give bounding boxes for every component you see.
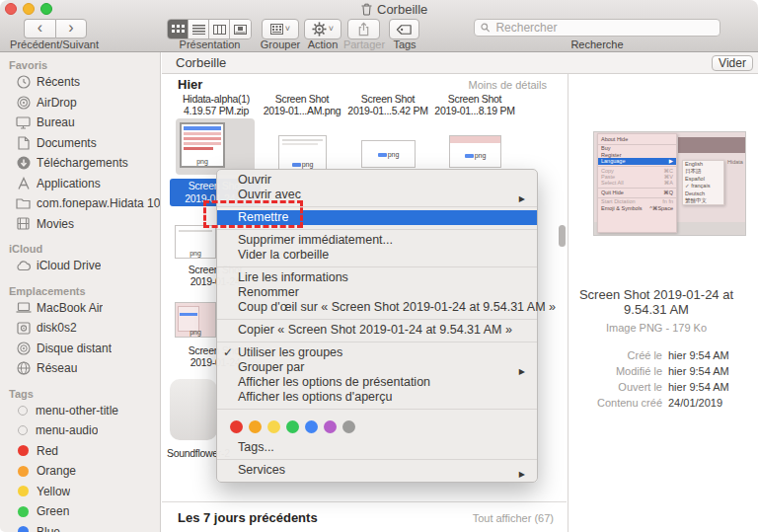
file-thumbnail[interactable]: png (361, 140, 416, 168)
sidebar-section-icloud: iCloud (0, 242, 160, 256)
tags-label: Tags (383, 38, 426, 50)
sidebar-item-hidata-folder[interactable]: com.fonepaw.Hidata 10... (0, 193, 160, 214)
recents-icon (15, 75, 32, 90)
list-view-button[interactable] (189, 20, 209, 38)
less-details-link[interactable]: Moins de détails (469, 79, 548, 91)
section-hier: Hier Moins de détails (162, 74, 567, 94)
sidebar-item-reseau[interactable]: Réseau (0, 358, 160, 379)
menu-item-services[interactable]: Services▶ (217, 463, 537, 478)
group-label: Grouper (259, 38, 302, 50)
tag-orange-dot[interactable] (249, 420, 262, 433)
search-field[interactable] (474, 19, 720, 37)
menu-item-copier[interactable]: Copier « Screen Shot 2019-01-24 at 9.54.… (217, 323, 537, 338)
tag-purple-dot[interactable] (324, 420, 337, 433)
file-thumbnail[interactable]: png (449, 135, 501, 168)
menu-item-grouper-par[interactable]: Grouper par▶ (217, 360, 537, 375)
minimize-button[interactable] (23, 3, 35, 15)
sidebar-tag-menu-other-title[interactable]: menu-other-title (0, 401, 160, 421)
file-thumbnail[interactable]: png (180, 122, 225, 168)
menu-item-renommer[interactable]: Renommer (217, 285, 537, 300)
tag-icon (396, 24, 413, 36)
laptop-icon (15, 300, 32, 315)
sidebar-tag-yellow[interactable]: Yellow (0, 482, 160, 502)
file-label[interactable]: Screen Shot2019-01...8.19 PM (431, 93, 518, 116)
nav-label: Précédent/Suivant (0, 38, 109, 50)
back-icon: ‹ (38, 19, 42, 37)
sidebar-tag-orange[interactable]: Orange (0, 461, 160, 482)
tags-button[interactable] (389, 19, 419, 39)
icon-view-button[interactable] (168, 20, 189, 38)
preview-image[interactable]: About Hide Buy Register Language▶ Copy⌘C… (593, 131, 746, 236)
remote-disc-icon (15, 341, 32, 355)
scrollbar-handle[interactable] (559, 225, 566, 247)
tag-green-dot[interactable] (286, 420, 299, 433)
list-view-icon (192, 25, 205, 35)
remettre-highlight-box (203, 200, 303, 228)
sidebar-item-disk0s2[interactable]: disk0s2 (0, 318, 160, 339)
sidebar-tag-blue[interactable]: Blue (0, 522, 160, 532)
menu-item-lire-informations[interactable]: Lire les informations (217, 270, 537, 285)
airdrop-icon (15, 95, 32, 110)
menu-item-coup-doeil[interactable]: Coup d'œil sur « Screen Shot 2019-01-24 … (217, 300, 537, 315)
menu-item-utiliser-groupes[interactable]: ✓Utiliser les groupes (217, 345, 537, 360)
menu-item-vider-corbeille[interactable]: Vider la corbeille (217, 248, 537, 263)
column-view-button[interactable] (209, 20, 230, 38)
preview-language-submenu: English 日本語 Español ✓ français Deutsch 繁… (682, 160, 724, 205)
tag-red-dot[interactable] (230, 420, 243, 433)
sidebar-tag-menu-audio[interactable]: menu-audio (0, 420, 160, 441)
sidebar-item-airdrop[interactable]: AirDrop (0, 93, 160, 114)
tag-red-icon (18, 445, 29, 456)
sidebar-item-movies[interactable]: Movies (0, 214, 160, 235)
applications-icon (15, 176, 32, 190)
sidebar-item-icloud-drive[interactable]: iCloud Drive (0, 256, 160, 276)
search-icon (481, 23, 490, 33)
file-label[interactable]: Hidata-alpha(1)4.19.57 PM.zip (173, 93, 260, 116)
file-label[interactable]: Screen Shot2019-01...AM.png (259, 93, 345, 116)
preview-file-title: Screen Shot 2019-01-24 at9.54.31 AM (568, 287, 744, 317)
gallery-view-button[interactable] (230, 20, 251, 38)
sidebar-tag-red[interactable]: Red (0, 441, 160, 462)
share-button[interactable] (347, 19, 380, 39)
forward-button[interactable]: › (55, 19, 87, 38)
file-thumbnail[interactable]: png (278, 135, 327, 170)
share-icon (357, 22, 370, 37)
file-thumbnail[interactable] (170, 379, 217, 440)
group-button[interactable]: ˅ (262, 19, 299, 39)
tag-gray-dot[interactable] (342, 420, 355, 433)
sidebar-item-applications[interactable]: Applications (0, 174, 160, 194)
tag-circle-icon (18, 425, 28, 435)
sidebar-item-documents[interactable]: Documents (0, 133, 160, 154)
desktop-icon (15, 115, 32, 130)
menu-item-ouvrir[interactable]: Ouvrir (217, 173, 537, 188)
search-input[interactable] (493, 20, 714, 36)
menu-item-tags[interactable]: Tags... (217, 440, 537, 455)
empty-trash-button[interactable]: Vider (712, 55, 753, 71)
sidebar-section-tags: Tags (0, 387, 160, 401)
menu-item-supprimer[interactable]: Supprimer immédiatement... (217, 233, 537, 248)
file-label[interactable]: Screen Shot2019-01...5.42 PM (344, 93, 431, 116)
vertical-scrollbar[interactable] (558, 74, 567, 532)
sidebar-item-bureau[interactable]: Bureau (0, 113, 160, 133)
document-icon (15, 135, 32, 150)
menu-item-options-presentation[interactable]: Afficher les options de présentation (217, 375, 537, 390)
nav-buttons: ‹ › (24, 19, 87, 38)
tag-blue-dot[interactable] (305, 420, 318, 433)
sidebar-item-recents[interactable]: Récents (0, 72, 160, 93)
show-all-link[interactable]: Tout afficher (67) (473, 512, 554, 524)
file-thumbnail[interactable]: png (175, 302, 216, 338)
content-header: Corbeille Vider (162, 52, 758, 74)
checkmark-icon: ✓ (223, 345, 233, 360)
grid-view-icon (172, 25, 185, 35)
menu-item-options-apercu[interactable]: Afficher les options d'aperçu (217, 390, 537, 405)
sidebar-item-telechargements[interactable]: Téléchargements (0, 153, 160, 174)
close-button[interactable] (5, 3, 17, 15)
preview-brand-text: Hidata (727, 159, 743, 165)
action-button[interactable]: ˅ (304, 19, 341, 39)
sidebar-item-disque-distant[interactable]: Disque distant (0, 339, 160, 359)
sidebar-item-macbook-air[interactable]: MacBook Air (0, 298, 160, 319)
sidebar-tag-green[interactable]: Green (0, 501, 160, 522)
tag-yellow-dot[interactable] (267, 420, 280, 433)
file-thumbnail[interactable]: png (175, 225, 216, 259)
zoom-button[interactable] (40, 3, 52, 15)
back-button[interactable]: ‹ (24, 19, 55, 38)
